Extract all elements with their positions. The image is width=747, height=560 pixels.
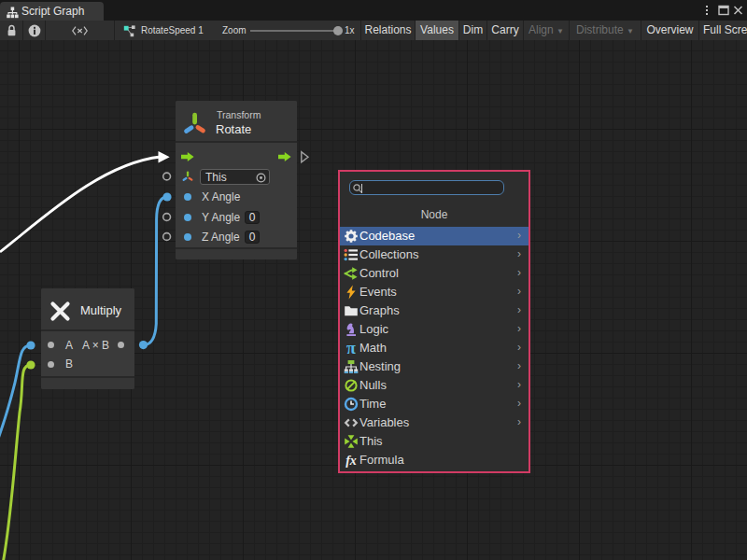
- svg-text:π: π: [346, 341, 356, 356]
- svg-text:fx: fx: [345, 454, 357, 468]
